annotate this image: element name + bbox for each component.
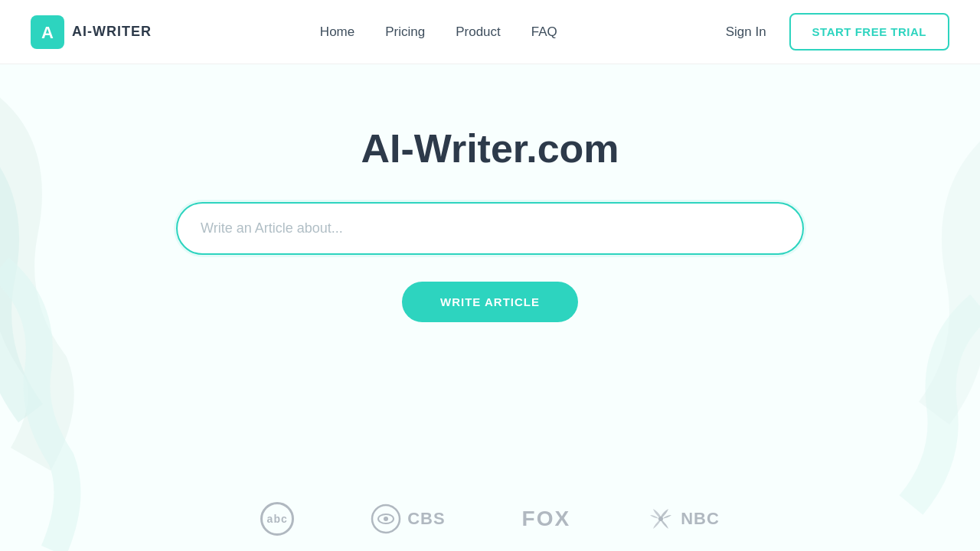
hero-section: AI-Writer.com WRITE ARTICLE	[0, 64, 980, 322]
logo-text: AI-WRITER	[72, 24, 152, 40]
article-topic-input[interactable]	[176, 202, 804, 255]
nbc-peacock-icon	[647, 507, 675, 530]
hero-title: AI-Writer.com	[361, 126, 619, 171]
start-trial-button[interactable]: START FREE TRIAL	[789, 13, 949, 51]
fox-label: FOX	[522, 507, 571, 531]
sign-in-link[interactable]: Sign In	[726, 24, 766, 40]
nav-links: Home Pricing Product FAQ	[320, 24, 557, 40]
nav-home[interactable]: Home	[320, 24, 354, 40]
navbar: A AI-WRITER Home Pricing Product FAQ Sig…	[0, 0, 980, 64]
nav-right: Sign In START FREE TRIAL	[726, 13, 949, 51]
write-article-button[interactable]: WRITE ARTICLE	[402, 282, 578, 322]
nav-product[interactable]: Product	[456, 24, 501, 40]
svg-point-4	[384, 517, 388, 521]
fox-logo: FOX	[522, 507, 571, 531]
abc-logo: abc	[260, 502, 294, 536]
cbs-logo: CBS	[371, 504, 445, 534]
cbs-eye-icon	[371, 504, 401, 534]
nav-pricing[interactable]: Pricing	[385, 24, 425, 40]
cbs-label: CBS	[407, 509, 445, 529]
media-logos: abc CBS FOX NBC	[0, 502, 980, 536]
logo[interactable]: A AI-WRITER	[31, 15, 152, 49]
search-container	[176, 202, 804, 255]
svg-text:A: A	[41, 23, 54, 42]
svg-point-5	[658, 517, 663, 521]
nav-faq[interactable]: FAQ	[531, 24, 557, 40]
abc-circle-icon: abc	[260, 502, 294, 536]
logo-icon: A	[31, 15, 64, 49]
nbc-logo: NBC	[647, 507, 720, 530]
nbc-label: NBC	[681, 509, 720, 529]
